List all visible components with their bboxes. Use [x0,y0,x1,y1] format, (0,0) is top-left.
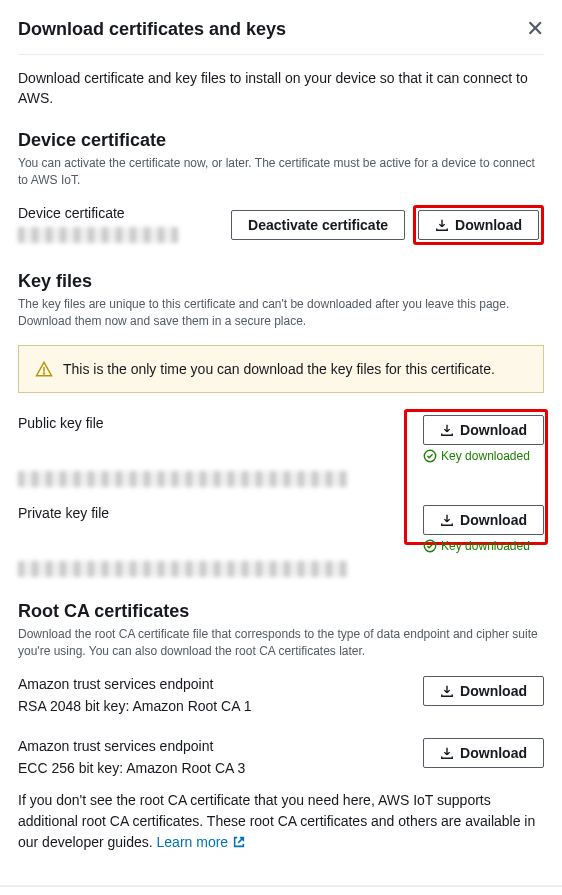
private-key-filename-redacted [18,561,348,577]
private-key-downloaded-status: Key downloaded [423,539,530,553]
download-label: Download [460,745,527,761]
close-icon[interactable]: ✕ [526,18,544,40]
warning-icon [35,360,53,378]
device-cert-id-redacted [18,227,178,243]
public-key-downloaded-status: Key downloaded [423,449,530,463]
endpoint1-label: Amazon trust services endpoint [18,676,423,692]
download-private-key-button[interactable]: Download [423,505,544,535]
check-circle-icon [423,539,437,553]
download-label: Download [455,217,522,233]
private-key-label: Private key file [18,505,423,521]
warning-text: This is the only time you can download t… [63,361,495,377]
device-cert-label: Device certificate [18,205,231,221]
download-icon [440,684,454,698]
public-key-label: Public key file [18,415,423,431]
device-cert-desc: You can activate the certificate now, or… [18,155,544,189]
download-public-key-button[interactable]: Download [423,415,544,445]
svg-point-0 [44,373,45,374]
download-icon [440,423,454,437]
key-files-warning: This is the only time you can download t… [18,345,544,393]
key-files-desc: The key files are unique to this certifi… [18,296,544,330]
learn-more-link[interactable]: Learn more [157,832,247,853]
intro-text: Download certificate and key files to in… [18,69,544,108]
download-root-ca-3-button[interactable]: Download [423,738,544,768]
root-ca-heading: Root CA certificates [18,601,544,622]
root-ca-footnote: If you don't see the root CA certificate… [18,790,544,853]
endpoint2-label: Amazon trust services endpoint [18,738,423,754]
download-icon [435,218,449,232]
deactivate-certificate-button[interactable]: Deactivate certificate [231,210,405,240]
download-label: Download [460,512,527,528]
download-device-cert-button[interactable]: Download [418,210,539,240]
download-label: Download [460,422,527,438]
modal-title: Download certificates and keys [18,19,286,40]
download-label: Download [460,683,527,699]
download-icon [440,513,454,527]
download-root-ca-1-button[interactable]: Download [423,676,544,706]
public-key-filename-redacted [18,471,348,487]
root-ca-desc: Download the root CA certificate file th… [18,626,544,660]
download-icon [440,746,454,760]
endpoint2-key: ECC 256 bit key: Amazon Root CA 3 [18,760,423,776]
check-circle-icon [423,449,437,463]
external-link-icon [232,835,246,849]
device-cert-heading: Device certificate [18,130,544,151]
key-files-heading: Key files [18,271,544,292]
endpoint1-key: RSA 2048 bit key: Amazon Root CA 1 [18,698,423,714]
